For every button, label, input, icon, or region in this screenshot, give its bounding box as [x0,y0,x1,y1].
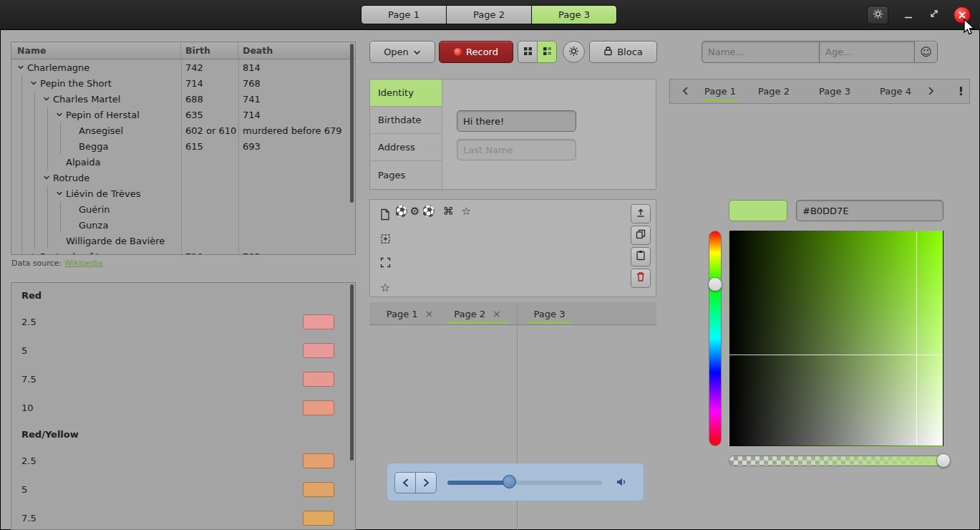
person-birth: 688 [181,94,238,105]
color-list-item[interactable]: 7.5 [11,504,355,530]
color-swatch [303,314,334,329]
tree-guide-line [43,122,56,138]
column-divider [181,59,182,254]
expander-open-icon[interactable] [43,95,53,102]
upload-button[interactable] [631,204,651,223]
tab-page4[interactable]: Page 4 [874,80,917,103]
tab-page1[interactable]: Page 1 [699,80,742,103]
person-death: 814 [238,62,355,73]
maximize-button[interactable] [926,7,942,21]
color-list-item[interactable]: 10 [11,393,355,422]
hex-color-input[interactable] [796,200,943,221]
new-document-icon[interactable] [380,208,390,223]
first-name-field[interactable] [457,110,576,132]
header-tab-group: Page 1 Page 2 Page 3 [361,5,617,24]
saturation-value-plane[interactable] [729,231,943,446]
tree-row[interactable]: Begga615693 [11,138,355,154]
settings-button[interactable] [563,41,585,63]
tab-close-icon[interactable]: × [425,308,434,319]
header-settings-button[interactable] [867,6,888,24]
sidebar-item-address[interactable]: Address [370,134,442,161]
tab-page2[interactable]: Page 2 [752,80,795,103]
copy-icon [636,228,646,242]
tree-row[interactable]: Pepin the Short714768 [11,75,355,91]
volume-icon[interactable] [615,475,629,492]
color-list-item[interactable]: 5 [11,336,355,365]
hue-slider-handle[interactable] [708,277,722,292]
alpha-slider-handle[interactable] [936,453,951,468]
tab-close-icon[interactable]: × [493,308,501,319]
expander-open-icon[interactable] [56,190,66,197]
tree-scrollbar[interactable] [350,44,354,253]
hue-slider[interactable] [709,231,722,446]
color-list-scrollbar[interactable] [350,284,354,528]
tree-row[interactable]: Charles Martel688741 [11,91,355,107]
column-header-birth[interactable]: Birth [181,42,238,59]
header-tab-page1[interactable]: Page 1 [361,5,447,24]
column-header-name[interactable]: Name [11,42,181,59]
record-button[interactable]: Record [439,41,513,63]
tree-guide-line [43,138,56,154]
column-header-death[interactable]: Death [238,42,355,59]
tree-guide-line [17,154,30,170]
current-color-swatch[interactable] [729,200,787,221]
selection-icon[interactable] [380,233,391,247]
tab-page2[interactable]: Page 2 × [445,302,510,325]
tab-page1[interactable]: Page 1 × [379,302,440,325]
color-list-item[interactable]: 5 [11,475,355,504]
grid-view-button[interactable] [518,41,538,63]
tree-row[interactable]: Charlemagne742814 [11,59,355,75]
expander-open-icon[interactable] [43,174,53,181]
sidebar-item-birthdate[interactable]: Birthdate [370,107,442,134]
fullscreen-icon[interactable] [380,257,391,271]
expander-open-icon[interactable] [56,111,66,118]
sidebar-item-identity[interactable]: Identity [370,80,442,107]
expander-open-icon[interactable] [30,80,40,87]
open-button[interactable]: Open [369,41,435,63]
tree-row[interactable]: Gunza [11,217,355,233]
tab-page3[interactable]: Page 3 [813,80,856,103]
delete-button[interactable] [631,269,651,288]
tree-row[interactable]: Willigarde de Bavière [11,233,355,249]
tree-guide-line [17,138,30,154]
tree-row[interactable]: Bertrade of Laon710783 [11,249,355,255]
color-list-item[interactable]: 2.5 [11,446,355,475]
tab-page3[interactable]: Page 3 [526,302,573,325]
previous-button[interactable] [394,472,416,493]
seek-slider[interactable] [447,481,602,485]
age-input[interactable] [819,41,915,63]
copy-button[interactable] [631,226,651,245]
header-tab-page3[interactable]: Page 3 [531,5,617,24]
tree-row[interactable]: Pepin of Herstal635714 [11,107,355,122]
tree-guide-line [30,201,43,217]
expander-open-icon[interactable] [17,64,27,71]
alpha-slider[interactable] [729,456,943,466]
lock-button[interactable]: Bloca [589,41,657,63]
lock-icon [603,46,613,58]
view-toggle-group [518,41,557,63]
wikipedia-link[interactable]: Wikipedia [64,259,103,268]
expander-closed-icon[interactable] [30,253,40,255]
data-source-label: Data source: [11,259,62,268]
person-name: Begga [79,141,108,152]
tree-row[interactable]: Alpaida [11,154,355,170]
tabs-scroll-right-button[interactable] [922,80,941,103]
paste-button[interactable] [631,247,651,266]
tabs-scroll-left-button[interactable] [676,80,694,103]
seek-slider-handle[interactable] [503,475,516,488]
tree-row[interactable]: Liévin de Trèves [11,186,355,201]
next-button[interactable] [415,472,437,493]
emoji-button[interactable]: ☺ [914,41,938,63]
header-tab-page2[interactable]: Page 2 [446,5,532,24]
tree-row[interactable]: Rotrude [11,170,355,186]
tree-row[interactable]: Guérin [11,201,355,217]
star-icon[interactable]: ☆ [380,281,390,294]
sidebar-item-pages[interactable]: Pages [370,161,442,188]
person-death: 714 [238,110,355,120]
list-view-button[interactable] [537,41,557,63]
color-list-item[interactable]: 2.5 [11,307,355,336]
minimize-button[interactable] [901,9,916,21]
color-list-item[interactable]: 7.5 [11,365,355,393]
tree-row[interactable]: Ansegisel602 or 610murdered before 679 [11,122,355,138]
name-input[interactable] [702,41,820,63]
